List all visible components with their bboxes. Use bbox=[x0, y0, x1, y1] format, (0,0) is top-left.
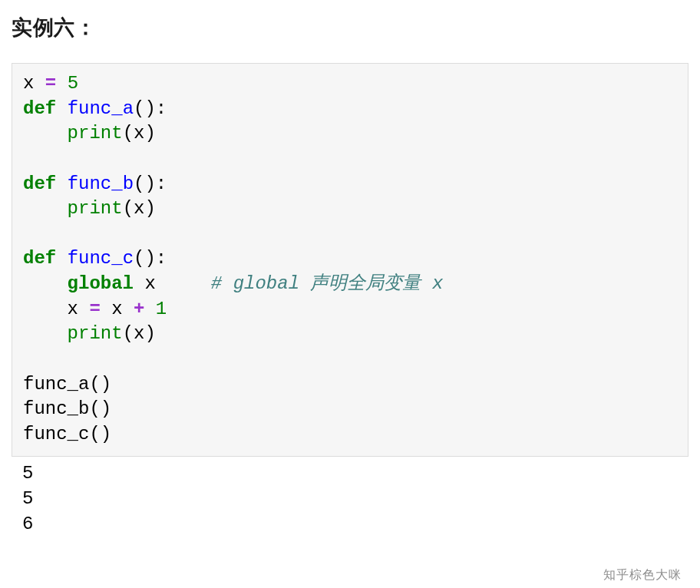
watermark: 知乎棕色大咪 bbox=[603, 567, 682, 583]
code-block: x = 5 def func_a(): print(x) def func_b(… bbox=[12, 63, 688, 457]
section-heading: 实例六： bbox=[12, 14, 688, 41]
output-block: 5 5 6 bbox=[12, 457, 688, 537]
